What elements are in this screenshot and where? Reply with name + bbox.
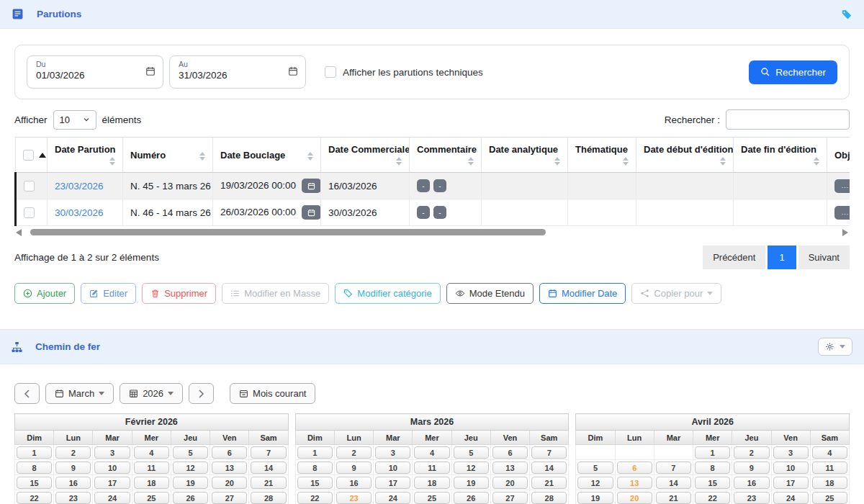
calendar-day[interactable]: 18 xyxy=(812,477,847,489)
calendar-day[interactable]: 9 xyxy=(55,462,91,474)
calendar-day[interactable]: 21 xyxy=(656,492,691,504)
sort-icons[interactable] xyxy=(307,150,313,161)
modifier-en-masse-button[interactable]: Modifier en Masse xyxy=(222,283,329,304)
supprimer-button[interactable]: Supprimer xyxy=(142,283,216,304)
calendar-day[interactable]: 22 xyxy=(17,492,52,504)
commentaire-button[interactable]: - xyxy=(417,179,430,192)
calendar-day[interactable]: 26 xyxy=(173,492,208,504)
sort-icons[interactable] xyxy=(623,155,629,166)
calendar-icon[interactable] xyxy=(288,66,298,76)
table-search-input[interactable] xyxy=(726,109,850,130)
calendar-day[interactable]: 5 xyxy=(173,446,208,459)
calendar-day[interactable]: 24 xyxy=(94,492,130,504)
calendar-day[interactable]: 7 xyxy=(251,446,286,459)
calendar-day[interactable]: 28 xyxy=(531,492,567,504)
calendar-day[interactable]: 13 xyxy=(492,462,528,474)
calendar-day[interactable]: 13 xyxy=(212,462,247,474)
obj-more-button[interactable]: ... xyxy=(834,206,850,220)
calendar-day[interactable]: 2 xyxy=(734,446,769,459)
calendar-day[interactable]: 11 xyxy=(414,462,449,474)
commentaire-button[interactable]: - xyxy=(417,206,430,219)
calendar-day[interactable]: 19 xyxy=(577,492,613,504)
commentaire-button[interactable]: - xyxy=(433,179,446,192)
calendar-day[interactable]: 6 xyxy=(212,446,247,459)
next-page-button[interactable]: Suivant xyxy=(798,246,850,269)
calendar-day[interactable]: 17 xyxy=(375,477,410,489)
calendar-day[interactable]: 16 xyxy=(55,477,91,489)
calendar-day[interactable]: 14 xyxy=(656,477,691,489)
calendar-day[interactable]: 24 xyxy=(773,492,809,504)
calendar-day[interactable]: 23 xyxy=(336,492,372,504)
calendar-day[interactable]: 27 xyxy=(212,492,247,504)
ajouter-button[interactable]: Ajouter xyxy=(14,283,75,304)
bouclage-calendar-button[interactable] xyxy=(302,205,320,220)
calendar-day[interactable]: 1 xyxy=(17,446,52,459)
column-header[interactable]: Date fin d'édition xyxy=(734,138,827,173)
page-number-button[interactable]: 1 xyxy=(768,246,796,269)
column-header[interactable]: Thématique xyxy=(568,138,636,173)
current-month-button[interactable]: Mois courant xyxy=(230,383,315,404)
calendar-day[interactable]: 5 xyxy=(577,462,613,474)
calendar-day[interactable]: 12 xyxy=(173,462,208,474)
calendar-day[interactable]: 1 xyxy=(297,446,333,459)
calendar-day[interactable]: 17 xyxy=(94,477,130,489)
date-parution-link[interactable]: 30/03/2026 xyxy=(55,207,104,218)
calendar-day[interactable]: 17 xyxy=(773,477,809,489)
column-header[interactable]: Date Commerciale xyxy=(321,138,410,173)
scroll-right-icon[interactable] xyxy=(842,229,848,236)
sort-asc-icon[interactable] xyxy=(39,153,46,158)
calendar-day[interactable]: 27 xyxy=(492,492,528,504)
editer-button[interactable]: Editer xyxy=(81,283,136,304)
next-month-button[interactable] xyxy=(189,383,214,404)
calendar-day[interactable]: 22 xyxy=(695,492,730,504)
scroll-left-icon[interactable] xyxy=(16,229,22,236)
calendar-icon[interactable] xyxy=(145,66,156,76)
column-header[interactable]: Commentaire xyxy=(410,138,482,173)
column-header[interactable]: Obj xyxy=(827,138,850,173)
calendar-day[interactable]: 13 xyxy=(617,477,652,489)
page-size-select[interactable]: 10 xyxy=(53,110,96,130)
commentaire-button[interactable]: - xyxy=(433,206,446,219)
column-header[interactable]: Date Parution xyxy=(48,138,123,173)
calendar-day[interactable]: 15 xyxy=(17,477,52,489)
calendar-day[interactable]: 25 xyxy=(414,492,449,504)
month-select-button[interactable]: March xyxy=(45,383,114,404)
calendar-day[interactable]: 8 xyxy=(17,462,52,474)
calendar-day[interactable]: 3 xyxy=(94,446,130,459)
calendar-day[interactable]: 15 xyxy=(695,477,730,489)
year-select-button[interactable]: 2026 xyxy=(120,383,183,404)
row-checkbox[interactable] xyxy=(24,207,35,218)
calendar-day[interactable]: 1 xyxy=(695,446,730,459)
sort-icons[interactable] xyxy=(468,155,474,166)
calendar-day[interactable]: 5 xyxy=(454,446,489,459)
column-header[interactable]: Date analytique xyxy=(482,138,568,173)
calendar-day[interactable]: 19 xyxy=(173,477,208,489)
scrollbar-thumb[interactable] xyxy=(30,229,546,235)
calendar-day[interactable]: 2 xyxy=(55,446,91,459)
calendar-day[interactable]: 14 xyxy=(531,462,567,474)
calendar-day[interactable]: 4 xyxy=(134,446,169,459)
calendar-day[interactable]: 4 xyxy=(414,446,449,459)
mode-etendu-button[interactable]: Mode Etendu xyxy=(446,283,534,304)
calendar-day[interactable]: 23 xyxy=(55,492,91,504)
column-header[interactable]: Date Bouclage xyxy=(213,138,321,173)
previous-month-button[interactable] xyxy=(14,383,40,404)
calendar-day[interactable]: 15 xyxy=(297,477,333,489)
calendar-day[interactable]: 26 xyxy=(454,492,489,504)
calendar-day[interactable]: 21 xyxy=(531,477,567,489)
calendar-day[interactable]: 10 xyxy=(375,462,410,474)
calendar-day[interactable]: 6 xyxy=(492,446,528,459)
date-from-input[interactable]: Du 01/03/2026 xyxy=(27,55,163,89)
calendar-day[interactable]: 28 xyxy=(251,492,286,504)
calendar-day[interactable]: 23 xyxy=(734,492,769,504)
calendar-day[interactable]: 20 xyxy=(492,477,528,489)
calendar-day[interactable]: 11 xyxy=(134,462,169,474)
technical-parutions-checkbox-row[interactable]: Afficher les parutions techniques xyxy=(325,66,483,78)
sort-icons[interactable] xyxy=(814,155,819,166)
previous-page-button[interactable]: Précédent xyxy=(703,246,765,269)
column-header[interactable]: Numéro xyxy=(123,138,213,173)
calendar-day[interactable]: 8 xyxy=(695,462,730,474)
sort-icons[interactable] xyxy=(199,150,205,161)
calendar-day[interactable]: 4 xyxy=(812,446,847,459)
search-button[interactable]: Rechercher xyxy=(749,60,837,84)
